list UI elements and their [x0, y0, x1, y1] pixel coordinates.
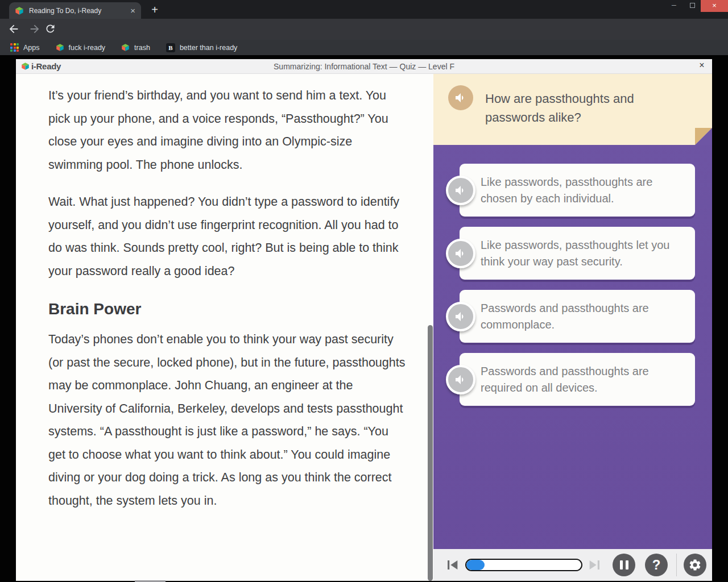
bookmark-item[interactable]: fuck i-ready: [56, 43, 106, 52]
iready-favicon-icon: [15, 6, 24, 15]
new-tab-button[interactable]: +: [147, 3, 162, 18]
maximize-icon: [690, 3, 695, 8]
iready-cube-icon: [121, 43, 130, 52]
browser-tab[interactable]: Reading To Do, i-Ready ×: [9, 2, 141, 19]
bookmark-label: Apps: [23, 44, 40, 52]
controls-divider: [676, 554, 677, 576]
bookmark-label: better than i-ready: [180, 44, 237, 52]
skip-back-button[interactable]: [443, 556, 461, 574]
b-favicon: B: [166, 43, 175, 52]
answer-option[interactable]: Like passwords, passthoughts are chosen …: [460, 164, 695, 217]
browser-titlebar: Reading To Do, i-Ready × + – ×: [0, 0, 728, 19]
question-box: How are passthoughts and passwords alike…: [433, 74, 712, 145]
back-button[interactable]: [7, 23, 21, 36]
bookmark-label: fuck i-ready: [69, 44, 106, 52]
pause-button[interactable]: [613, 554, 635, 576]
bookmark-apps[interactable]: Apps: [10, 43, 40, 52]
answer-audio-button[interactable]: [446, 239, 475, 268]
player-controls: ?: [433, 549, 712, 581]
question-text: How are passthoughts and passwords alike…: [485, 89, 661, 127]
answer-text: Like passwords, passthoughts let you thi…: [481, 237, 686, 270]
apps-grid-icon: [10, 43, 19, 52]
question-panel: How are passthoughts and passwords alike…: [433, 74, 712, 581]
window-close-button[interactable]: ×: [701, 0, 728, 12]
answer-audio-button[interactable]: [446, 302, 475, 331]
audio-progress-fill: [466, 560, 485, 570]
passage-paragraph: It’s your friend’s birthday, and you wan…: [48, 84, 406, 176]
bookmark-item[interactable]: trash: [121, 43, 150, 52]
tab-close-icon[interactable]: ×: [130, 6, 135, 15]
lesson-close-button[interactable]: ×: [696, 60, 708, 70]
window-maximize-button[interactable]: [684, 0, 701, 12]
page-fold-decoration: [695, 128, 712, 145]
page-background: i-Ready Summarizing: Informational Text …: [0, 55, 728, 582]
forward-button[interactable]: [28, 23, 42, 36]
window-minimize-button[interactable]: –: [664, 0, 684, 12]
bookmarks-bar: Apps fuck i-ready trash B better than i-…: [0, 40, 728, 55]
lesson-title: Summarizing: Informational Text — Quiz —…: [16, 59, 712, 74]
speaker-icon: [454, 247, 468, 260]
tab-title: Reading To Do, i-Ready: [29, 7, 130, 15]
settings-button[interactable]: [684, 554, 706, 576]
bookmark-label: trash: [134, 44, 150, 52]
answer-audio-button[interactable]: [446, 365, 475, 394]
lesson-header: i-Ready Summarizing: Informational Text …: [16, 59, 712, 74]
speaker-icon: [454, 310, 468, 323]
passage-scrollbar-thumb[interactable]: [428, 325, 433, 581]
iready-lesson-frame: i-Ready Summarizing: Informational Text …: [16, 59, 712, 581]
pause-icon: [620, 560, 623, 569]
answer-option[interactable]: Like passwords, passthoughts let you thi…: [460, 227, 695, 280]
audio-progress-bar[interactable]: [465, 559, 582, 571]
skip-forward-button[interactable]: [586, 556, 604, 574]
help-button[interactable]: ?: [645, 554, 668, 576]
bookmark-item[interactable]: B better than i-ready: [166, 43, 237, 52]
answer-option[interactable]: Passwords and passthoughts are commonpla…: [460, 290, 695, 343]
answer-text: Passwords and passthoughts are required …: [481, 363, 686, 396]
speaker-icon: [454, 373, 468, 386]
browser-toolbar: login.i-ready.com/student/dashboard/home…: [0, 19, 728, 40]
gear-icon: [688, 558, 702, 572]
answer-text: Like passwords, passthoughts are chosen …: [481, 174, 686, 207]
passage-heading: Brain Power: [48, 300, 406, 319]
passage-panel[interactable]: It’s your friend’s birthday, and you wan…: [16, 74, 433, 581]
passage-paragraph: Today’s phones don’t enable you to think…: [48, 328, 406, 512]
answer-option[interactable]: Passwords and passthoughts are required …: [460, 353, 695, 406]
speaker-icon: [454, 184, 468, 197]
speaker-icon: [454, 91, 468, 105]
reload-button[interactable]: [44, 23, 58, 36]
iready-cube-icon: [56, 43, 64, 52]
question-audio-button[interactable]: [448, 85, 473, 110]
answer-audio-button[interactable]: [446, 176, 475, 205]
answer-text: Passwords and passthoughts are commonpla…: [481, 300, 686, 333]
passage-paragraph: Wait. What just happened? You didn’t typ…: [48, 190, 406, 282]
